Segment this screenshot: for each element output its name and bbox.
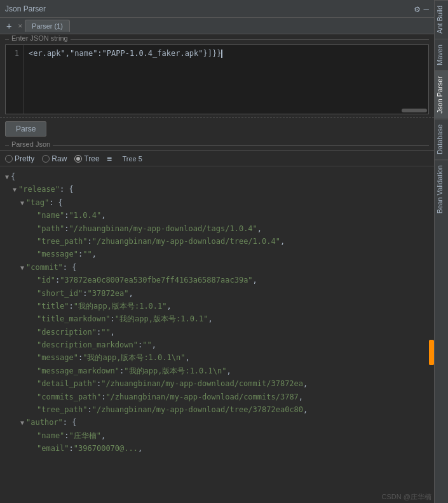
tree-line: "tree_path": "/zhuangbinan/my-app-downlo…: [5, 403, 434, 416]
radio-raw-circle: [42, 155, 50, 163]
title-icons: ⚙ —: [414, 4, 429, 14]
collapse-arrow[interactable]: [20, 262, 24, 273]
tree-line: "title": "我的app,版本号:1.0.1",: [5, 300, 434, 312]
tree-count-label: Tree 5: [122, 155, 142, 163]
sidebar-tab-database[interactable]: Database: [435, 119, 448, 159]
json-input-area[interactable]: 1 <er.apk","name":"PAPP-1.0.4_faker.apk"…: [5, 44, 429, 114]
radio-raw[interactable]: Raw: [42, 154, 67, 163]
horizontal-scrollbar[interactable]: [402, 109, 427, 112]
filter-icon[interactable]: ≡: [107, 154, 112, 163]
close-icon[interactable]: ✕: [15, 22, 25, 30]
app-title: Json Parser: [5, 4, 46, 13]
sidebar-tab-bean-validation[interactable]: Bean Validation: [435, 159, 448, 218]
radio-pretty[interactable]: Pretty: [5, 154, 34, 163]
minimize-icon[interactable]: —: [424, 4, 429, 14]
parser-tab[interactable]: Parser (1): [25, 20, 70, 32]
tree-line: "id": "37872ea0c8007ea530fbe7ff4163a6588…: [5, 274, 434, 286]
tree-line: "short_id": "37872ea",: [5, 287, 434, 300]
input-section: Enter JSON string 1 <er.apk","name":"PAP…: [0, 34, 434, 117]
tree-line: "message": "我的app,版本号:1.0.1\n",: [5, 351, 434, 364]
tab-bar: + ✕ Parser (1): [0, 18, 434, 34]
sidebar-tab-maven[interactable]: Maven: [435, 39, 448, 70]
parsed-header: Pretty Raw Tree ≡ Tree 5: [0, 151, 434, 166]
tree-scrollbar-thumb[interactable]: [429, 340, 434, 365]
code-input[interactable]: <er.apk","name":"PAPP-1.0.4_faker.apk"}]…: [24, 45, 428, 114]
title-bar-left: Json Parser: [5, 4, 46, 13]
radio-pretty-circle: [5, 155, 13, 163]
tree-line: "commits_path": "/zhuangbinan/my-app-dow…: [5, 391, 434, 403]
tree-line: "title_markdown": "我的app,版本号:1.0.1",: [5, 312, 434, 325]
tree-line: {: [5, 170, 434, 183]
settings-icon[interactable]: ⚙: [414, 4, 419, 14]
tree-line: "author": {: [5, 416, 434, 429]
tree-line: "detail_path": "/zhuangbinan/my-app-down…: [5, 377, 434, 390]
tree-line: "message": "",: [5, 248, 434, 260]
sidebar-tab-ant-build[interactable]: Ant Build: [435, 0, 448, 39]
radio-tree[interactable]: Tree: [74, 154, 99, 163]
parse-btn-area: Parse: [0, 117, 434, 140]
collapse-arrow[interactable]: [5, 171, 9, 182]
tree-line: "commit": {: [5, 261, 434, 274]
parsed-section-label: Parsed Json: [9, 140, 53, 148]
input-section-label: Enter JSON string: [9, 34, 71, 42]
tree-line: "tag": {: [5, 196, 434, 209]
main-content: Json Parser ⚙ — + ✕ Parser (1) Enter JSO…: [0, 0, 434, 503]
radio-tree-circle: [74, 155, 82, 163]
watermark: CSDN @庄华楠: [0, 491, 434, 503]
title-bar: Json Parser ⚙ —: [0, 0, 434, 18]
right-sidebar: Ant Build Maven Json Parser Database Bea…: [434, 0, 448, 503]
tree-line: "release": {: [5, 183, 434, 196]
line-numbers: 1: [6, 45, 24, 114]
tree-line: "description": "",: [5, 326, 434, 339]
collapse-arrow[interactable]: [20, 198, 24, 208]
tree-line: "path": "/zhuangbinan/my-app-download/ta…: [5, 222, 434, 235]
json-tree[interactable]: { "release": { "tag": { "name": "1.0.4",…: [0, 166, 434, 491]
sidebar-tab-json-parser[interactable]: Json Parser: [435, 70, 448, 119]
radio-raw-label: Raw: [51, 154, 67, 163]
add-tab-button[interactable]: +: [3, 20, 15, 32]
parsed-wrapper: Parsed Json Pretty Raw Tree ≡ Tree 5: [0, 140, 434, 503]
tree-line: "description_markdown": "",: [5, 339, 434, 351]
tree-line: "email": "396700070@...,: [5, 442, 434, 455]
tree-line: "name": "庄华楠",: [5, 429, 434, 442]
parse-button[interactable]: Parse: [5, 121, 46, 137]
tree-line: "tree_path": "/zhuangbinan/my-app-downlo…: [5, 235, 434, 248]
collapse-arrow[interactable]: [20, 417, 24, 428]
tree-line: "message_markdown": "我的app,版本号:1.0.1\n",: [5, 365, 434, 377]
radio-pretty-label: Pretty: [15, 154, 34, 163]
tree-line: "name": "1.0.4",: [5, 209, 434, 222]
collapse-arrow[interactable]: [13, 184, 17, 195]
radio-tree-label: Tree: [84, 154, 99, 163]
